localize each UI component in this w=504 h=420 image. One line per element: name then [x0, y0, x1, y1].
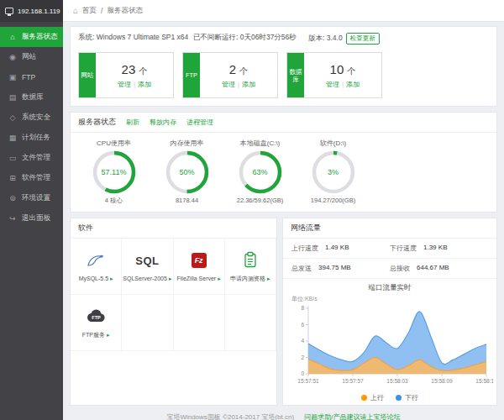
free-memory-link[interactable]: 释放内存 — [150, 118, 176, 127]
sidebar-item-security[interactable]: ◇ 系统安全 — [0, 108, 63, 128]
website-add-link[interactable]: 添加 — [138, 81, 151, 88]
system-info-row: 系统: Windows 7 Ultimate SP1 x64 已不间断运行: 0… — [71, 27, 496, 49]
download-speed-label: 下行速度 — [390, 244, 417, 253]
home-icon: ⌂ — [73, 6, 78, 15]
sqlserver-icon: SQL — [135, 250, 159, 270]
software-panel-title: 软件 — [78, 223, 93, 234]
svg-text:2: 2 — [301, 354, 304, 360]
svg-text:FTP: FTP — [92, 315, 101, 320]
database-manage-link[interactable]: 管理 — [326, 81, 339, 88]
main-area: ⌂ 首页 / 服务器状态 系统: Windows 7 Ultimate SP1 … — [63, 0, 504, 420]
sidebar-menu: ⌂ 服务器状态 ◉ 网站 ▣ FTP ▤ 数据库 ◇ 系统安全 ▦ 计划任务 ▭… — [0, 22, 63, 228]
process-manager-link[interactable]: 进程管理 — [186, 118, 213, 127]
ftp-card-tab: FTP — [183, 53, 200, 97]
download-marker-icon — [396, 395, 402, 401]
logout-icon: ↪ — [8, 214, 17, 223]
footer-forum-link[interactable]: 问题求助/产品建议请上宝塔论坛 — [304, 413, 400, 420]
svg-text:15:57:57: 15:57:57 — [342, 378, 364, 384]
database-card-tab: 数据库 — [287, 53, 304, 97]
software-empty-cell — [122, 295, 173, 351]
upload-speed-label: 上行速度 — [291, 244, 318, 253]
stat-cards-row: 网站 23 个 管理|添加 FTP 2 个 管理|添加 数据库 — [71, 49, 496, 106]
legend-download[interactable]: 下行 — [396, 393, 418, 402]
filezilla-icon: Fz — [192, 253, 207, 268]
database-icon: ▤ — [8, 93, 17, 102]
software-item-sqlserver[interactable]: SQL SQLServer-2005 — [122, 239, 173, 295]
sidebar-item-files[interactable]: ▭ 文件管理 — [0, 148, 63, 168]
svg-text:15:58:09: 15:58:09 — [431, 378, 453, 384]
grid-icon: ⊞ — [8, 174, 17, 182]
website-card-tab: 网站 — [79, 53, 96, 97]
sidebar-item-label: 退出面板 — [22, 213, 50, 223]
software-item-ftp-service[interactable]: FTP FTP服务 — [71, 295, 122, 351]
refresh-link[interactable]: 刷新 — [126, 118, 139, 127]
server-status-title: 服务器状态 — [78, 117, 116, 128]
sidebar-item-database[interactable]: ▤ 数据库 — [0, 87, 63, 108]
uptime-info: 已不间断运行: 0天06时37分56秒 — [193, 33, 308, 45]
total-recv-value: 644.67 MB — [417, 264, 449, 273]
software-item-beta-apply[interactable]: 申请内测资格 — [225, 239, 276, 295]
gauges-row: CPU使用率 57.11% 4 核心 内存使用率 50% 8178.44 本地磁… — [71, 133, 496, 212]
footer-copyright: 宝塔Windows面板 ©2014-2017 宝塔(bt.cn) — [166, 413, 294, 420]
svg-text:15:58:03: 15:58:03 — [386, 378, 408, 384]
ftp-manage-link[interactable]: 管理 — [222, 81, 235, 88]
check-update-button[interactable]: 检查更新 — [346, 33, 380, 45]
total-sent-value: 394.75 MB — [318, 264, 351, 273]
cpu-gauge: CPU使用率 57.11% 4 核心 — [77, 139, 150, 205]
legend-upload[interactable]: 上行 — [361, 393, 384, 402]
version-info: 版本: 3.4.0 检查更新 — [308, 33, 380, 45]
website-manage-link[interactable]: 管理 — [118, 81, 131, 88]
sidebar-item-settings[interactable]: ⊚ 环境设置 — [0, 188, 63, 208]
server-ip: 192.168.1.119 — [18, 8, 60, 15]
svg-text:8: 8 — [301, 305, 304, 311]
traffic-chart: 0246815:57:5115:57:5715:58:0315:58:0915:… — [286, 303, 493, 391]
footer: 宝塔Windows面板 ©2014-2017 宝塔(bt.cn) 问题求助/产品… — [70, 406, 497, 420]
database-stat-card: 数据库 10 个 管理|添加 — [286, 52, 382, 98]
software-item-filezilla[interactable]: Fz FileZilla Server — [174, 239, 225, 295]
svg-text:15:57:51: 15:57:51 — [297, 378, 319, 384]
disk-d-gauge: 软件(D:\) 3% 194.27/200(GB) — [297, 139, 370, 205]
website-stat-card: 网站 23 个 管理|添加 — [78, 52, 174, 98]
sidebar-item-website[interactable]: ◉ 网站 — [0, 47, 63, 67]
software-panel: 软件 MySQL-5.5 SQL SQLServer-2005 Fz — [70, 218, 277, 406]
mysql-dolphin-icon — [87, 250, 105, 270]
memory-gauge: 内存使用率 50% 8178.44 — [150, 139, 223, 205]
home-icon: ⌂ — [8, 33, 17, 41]
sidebar-item-server-status[interactable]: ⌂ 服务器状态 — [0, 27, 63, 47]
chart-legend: 上行 下行 — [283, 393, 496, 402]
sidebar-item-label: 数据库 — [22, 92, 44, 102]
chart-title: 端口流量实时 — [283, 283, 496, 293]
chart-unit-label: 单位:KB/s — [291, 295, 496, 303]
beta-apply-clipboard-icon — [243, 249, 258, 270]
speed-row: 上行速度1.49 KB 下行速度1.39 KB — [283, 239, 496, 259]
globe-icon: ◉ — [8, 53, 17, 61]
website-count: 23 个 — [122, 62, 148, 77]
ftp-add-link[interactable]: 添加 — [242, 81, 255, 88]
sidebar-item-ftp[interactable]: ▣ FTP — [0, 67, 63, 87]
software-empty-cell — [225, 295, 276, 351]
server-status-panel: 服务器状态 刷新 释放内存 进程管理 CPU使用率 57.11% 4 核心 内存… — [70, 112, 497, 213]
breadcrumb-current: 服务器状态 — [107, 6, 143, 16]
sidebar-item-label: 系统安全 — [22, 113, 50, 123]
server-ip-block[interactable]: 192.168.1.119 — [0, 0, 63, 22]
software-item-mysql[interactable]: MySQL-5.5 — [71, 239, 122, 295]
svg-text:15:58:15: 15:58:15 — [475, 378, 493, 384]
sidebar-item-label: 计划任务 — [22, 133, 50, 143]
total-sent-label: 总发送 — [291, 264, 312, 273]
svg-text:4: 4 — [301, 338, 304, 344]
os-info: 系统: Windows 7 Ultimate SP1 x64 — [78, 33, 193, 45]
sidebar-item-cron[interactable]: ▦ 计划任务 — [0, 128, 63, 148]
sidebar-item-software[interactable]: ⊞ 软件管理 — [0, 168, 63, 188]
total-recv-label: 总接收 — [390, 264, 410, 273]
database-add-link[interactable]: 添加 — [346, 81, 360, 88]
content: 系统: Windows 7 Ultimate SP1 x64 已不间断运行: 0… — [63, 22, 504, 420]
overview-panel: 系统: Windows 7 Ultimate SP1 x64 已不间断运行: 0… — [70, 26, 497, 107]
breadcrumb-home[interactable]: 首页 — [82, 6, 97, 16]
ftp-icon: ▣ — [8, 73, 17, 81]
svg-text:0: 0 — [301, 370, 304, 376]
sidebar-item-label: 文件管理 — [22, 153, 50, 163]
server-monitor-icon — [5, 8, 13, 14]
sidebar-item-logout[interactable]: ↪ 退出面板 — [0, 208, 63, 228]
gear-icon: ⊚ — [8, 194, 17, 202]
sidebar-item-label: FTP — [22, 73, 35, 81]
